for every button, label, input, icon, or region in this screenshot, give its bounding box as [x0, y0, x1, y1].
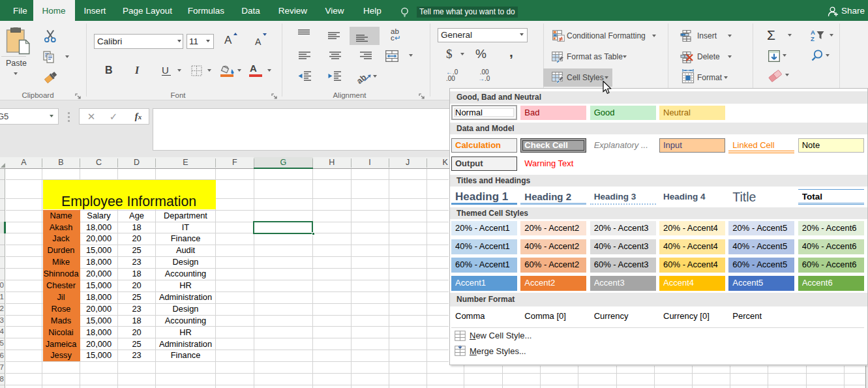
svg-text:Z: Z: [811, 35, 815, 42]
